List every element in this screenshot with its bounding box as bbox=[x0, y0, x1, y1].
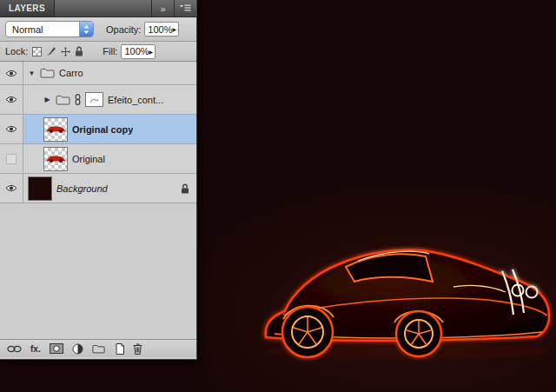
lock-pixels-button[interactable] bbox=[46, 46, 56, 56]
blend-options-row: Normal Opacity: 100% ▶ bbox=[0, 17, 196, 42]
visibility-toggle[interactable] bbox=[0, 62, 23, 84]
new-group-button[interactable] bbox=[92, 344, 105, 354]
header-spacer bbox=[55, 0, 151, 17]
blend-mode-stepper-icon bbox=[79, 22, 93, 37]
panel-menu-icon bbox=[180, 4, 191, 12]
layers-tab-label: LAYERS bbox=[9, 3, 45, 13]
fill-stepper-icon: ▶ bbox=[149, 49, 154, 55]
mask-mark bbox=[89, 96, 99, 103]
empty-eye-well bbox=[6, 154, 17, 164]
background-lock-icon bbox=[181, 183, 189, 194]
new-group-folder-icon bbox=[92, 344, 105, 354]
layer-name: Background bbox=[56, 183, 108, 194]
brush-icon bbox=[46, 46, 56, 56]
eye-icon bbox=[5, 125, 17, 133]
move-icon bbox=[61, 47, 70, 56]
padlock-icon bbox=[75, 46, 83, 56]
opacity-stepper-icon: ▶ bbox=[173, 26, 177, 32]
eye-icon bbox=[5, 70, 17, 77]
fill-field[interactable]: 100% ▶ bbox=[121, 44, 156, 59]
layer-mask-icon bbox=[50, 343, 63, 354]
lock-transparency-icon bbox=[32, 47, 42, 56]
layer-row-original-copy[interactable]: Original copy bbox=[0, 115, 196, 144]
blend-mode-select[interactable]: Normal bbox=[5, 21, 94, 37]
layer-list: ▼ Carro ▶ bbox=[0, 62, 196, 339]
visibility-toggle[interactable] bbox=[0, 174, 23, 203]
collapse-panel-button[interactable]: » bbox=[151, 0, 174, 17]
lock-transparency-button[interactable] bbox=[32, 47, 42, 56]
opacity-label: Opacity: bbox=[106, 24, 141, 35]
layer-name: Original copy bbox=[72, 124, 133, 135]
new-layer-button[interactable] bbox=[114, 343, 124, 355]
layer-row-efeito[interactable]: ▶ Efeito_cont... bbox=[0, 85, 196, 115]
collapse-arrows-icon: » bbox=[160, 3, 165, 14]
link-layers-button[interactable] bbox=[7, 345, 22, 353]
lock-position-button[interactable] bbox=[61, 47, 70, 56]
fx-icon: fx. bbox=[30, 344, 41, 354]
group-expand-triangle[interactable]: ▶ bbox=[43, 96, 51, 103]
layer-thumbnail[interactable] bbox=[43, 147, 68, 171]
eye-icon bbox=[5, 96, 17, 103]
layer-name: Original bbox=[72, 154, 105, 164]
visibility-toggle[interactable] bbox=[0, 144, 23, 173]
red-car-thumbnail-art bbox=[45, 154, 66, 163]
folder-icon bbox=[40, 68, 55, 78]
layers-panel: LAYERS » Normal Opacity: bbox=[0, 0, 197, 360]
lock-all-button[interactable] bbox=[75, 46, 83, 56]
eye-icon bbox=[5, 184, 17, 192]
layer-thumbnail[interactable] bbox=[28, 176, 52, 201]
panel-footer: fx. bbox=[0, 339, 196, 357]
layer-name: Carro bbox=[59, 68, 83, 78]
layer-thumbnail[interactable] bbox=[43, 117, 68, 142]
layer-row-original[interactable]: Original bbox=[0, 144, 196, 174]
visibility-toggle[interactable] bbox=[0, 85, 23, 114]
delete-layer-button[interactable] bbox=[133, 343, 142, 355]
lock-label: Lock: bbox=[5, 46, 28, 56]
folder-icon bbox=[56, 95, 70, 105]
panel-header: LAYERS » bbox=[0, 0, 196, 17]
add-layer-mask-button[interactable] bbox=[50, 343, 63, 354]
group-expand-triangle[interactable]: ▼ bbox=[28, 70, 36, 77]
blend-mode-value: Normal bbox=[6, 24, 79, 35]
opacity-value: 100% bbox=[148, 24, 172, 35]
visibility-toggle[interactable] bbox=[0, 115, 23, 143]
adjustment-layer-button[interactable] bbox=[72, 343, 83, 355]
layer-style-button[interactable]: fx. bbox=[30, 344, 41, 354]
red-car-thumbnail-art bbox=[45, 124, 66, 134]
fill-value: 100% bbox=[124, 46, 149, 56]
layer-list-empty-area bbox=[0, 203, 196, 339]
layer-row-carro[interactable]: ▼ Carro bbox=[0, 62, 196, 85]
car-artwork bbox=[257, 235, 556, 365]
link-icon bbox=[75, 94, 81, 105]
layer-row-background[interactable]: Background bbox=[0, 174, 196, 203]
layers-tab[interactable]: LAYERS bbox=[0, 0, 55, 17]
adjustment-circle-icon bbox=[72, 343, 83, 355]
chain-link-icon bbox=[7, 345, 22, 353]
layer-mask-thumbnail[interactable] bbox=[85, 92, 103, 107]
trash-icon bbox=[133, 343, 142, 355]
fill-label: Fill: bbox=[103, 46, 117, 56]
panel-menu-button[interactable] bbox=[174, 0, 196, 17]
glowing-car-image bbox=[257, 235, 556, 365]
lock-row: Lock: Fill: 100% ▶ bbox=[0, 42, 196, 62]
new-layer-icon bbox=[114, 343, 124, 355]
layer-name: Efeito_cont... bbox=[108, 95, 163, 105]
opacity-field[interactable]: 100% ▶ bbox=[144, 22, 179, 37]
